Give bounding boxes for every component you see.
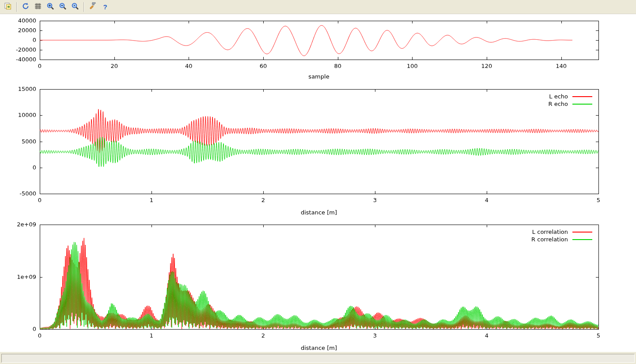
zoom-in-button[interactable] bbox=[45, 1, 56, 13]
toolbar-separator bbox=[16, 2, 17, 12]
zoom-out-button[interactable] bbox=[57, 1, 68, 13]
zoom-out-icon bbox=[59, 2, 67, 11]
zoom-in-icon bbox=[46, 2, 54, 11]
zoom-reset-icon bbox=[71, 2, 79, 11]
copy-icon bbox=[4, 2, 12, 11]
replot-button[interactable] bbox=[20, 1, 31, 13]
toolbar: ? bbox=[0, 0, 636, 14]
grid-button[interactable] bbox=[32, 1, 44, 13]
refresh-icon bbox=[22, 2, 30, 11]
plot-area: sample distance [m] distance [m] L echo … bbox=[0, 14, 636, 352]
settings-button[interactable] bbox=[87, 1, 98, 13]
status-text bbox=[1, 354, 635, 363]
zoom-reset-button[interactable] bbox=[69, 1, 81, 13]
gnuplot-window: ? sample distance [m] distance [m] L ech… bbox=[0, 0, 636, 364]
status-bar bbox=[0, 352, 636, 364]
help-button[interactable]: ? bbox=[99, 1, 111, 13]
plots-canvas[interactable] bbox=[0, 14, 636, 352]
wrench-icon bbox=[89, 2, 97, 11]
copy-button[interactable] bbox=[2, 1, 14, 13]
grid-icon bbox=[34, 2, 42, 11]
help-icon: ? bbox=[103, 4, 107, 10]
toolbar-separator bbox=[83, 2, 84, 12]
